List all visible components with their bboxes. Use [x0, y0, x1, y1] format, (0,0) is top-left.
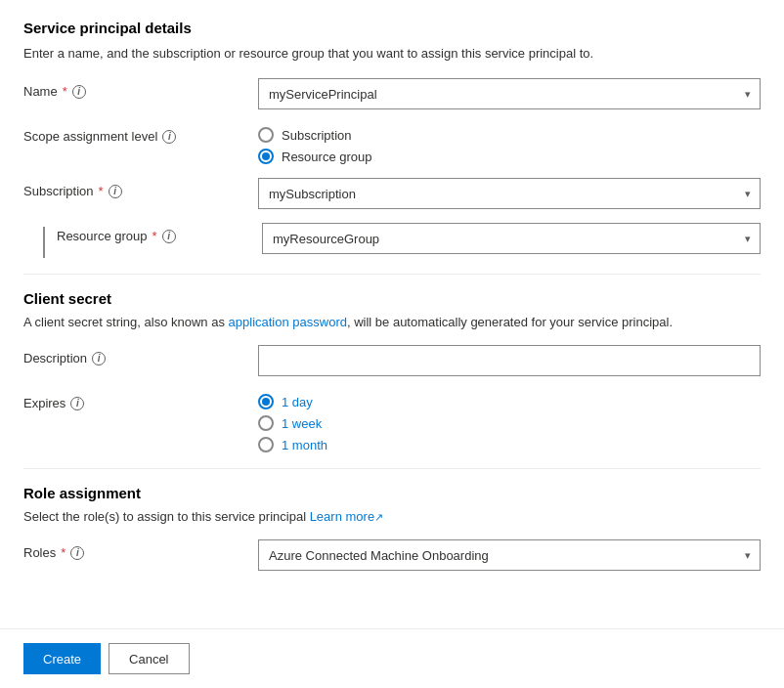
description-info-icon[interactable]: i — [92, 352, 106, 366]
expires-radio-group: 1 day 1 week 1 month — [258, 390, 761, 452]
cancel-button[interactable]: Cancel — [109, 643, 189, 674]
description-label: Description i — [23, 345, 258, 366]
client-secret-section: Client secret A client secret string, al… — [23, 290, 761, 452]
name-row: Name * i myServicePrincipal ▾ — [23, 78, 761, 109]
resource-group-required: * — [152, 229, 157, 243]
name-info-icon[interactable]: i — [72, 85, 86, 99]
expires-1week-radio[interactable] — [258, 415, 274, 431]
roles-select[interactable]: Azure Connected Machine Onboarding — [258, 539, 761, 571]
expires-info-icon[interactable]: i — [70, 397, 84, 410]
learn-more-link[interactable]: Learn more↗ — [310, 509, 383, 524]
name-select-wrapper: myServicePrincipal ▾ — [258, 78, 761, 109]
name-control: myServicePrincipal ▾ — [258, 78, 761, 109]
expires-1day-radio[interactable] — [258, 394, 274, 409]
expires-row: Expires i 1 day 1 week 1 month — [23, 390, 761, 452]
subscription-required: * — [99, 184, 104, 198]
client-secret-description: A client secret string, also known as ap… — [23, 315, 761, 329]
expires-1week-label: 1 week — [282, 416, 322, 431]
expires-1month-label: 1 month — [282, 438, 327, 452]
name-select[interactable]: myServicePrincipal — [258, 78, 761, 109]
scope-label: Scope assignment level i — [23, 123, 258, 144]
page-title: Service principal details — [23, 20, 761, 36]
application-password-link[interactable]: application password — [229, 315, 347, 329]
role-assignment-title: Role assignment — [23, 485, 761, 501]
description-control — [258, 345, 761, 376]
roles-required: * — [61, 545, 65, 560]
roles-info-icon[interactable]: i — [70, 546, 84, 560]
subscription-label: Subscription * i — [23, 178, 258, 198]
name-label: Name * i — [23, 78, 258, 99]
expires-1month-radio[interactable] — [258, 437, 274, 452]
expires-label: Expires i — [23, 390, 258, 410]
client-secret-title: Client secret — [23, 290, 761, 307]
resource-group-info-icon[interactable]: i — [162, 230, 176, 243]
scope-subscription-option[interactable]: Subscription — [258, 127, 761, 143]
role-assignment-description: Select the role(s) to assign to this ser… — [23, 509, 761, 524]
roles-label: Roles * i — [23, 539, 258, 560]
scope-resource-group-label: Resource group — [282, 150, 372, 164]
resource-group-control: myResourceGroup ▾ — [262, 223, 761, 254]
resource-group-select[interactable]: myResourceGroup — [262, 223, 761, 254]
subscription-info-icon[interactable]: i — [109, 185, 122, 198]
subscription-row: Subscription * i mySubscription ▾ — [23, 178, 761, 209]
scope-resource-group-option[interactable]: Resource group — [258, 149, 761, 164]
subscription-select[interactable]: mySubscription — [258, 178, 761, 209]
divider-1 — [23, 274, 761, 275]
divider-2 — [23, 468, 761, 469]
scope-control: Subscription Resource group — [258, 123, 761, 164]
name-required: * — [63, 84, 67, 99]
scope-info-icon[interactable]: i — [162, 130, 176, 144]
roles-control: Azure Connected Machine Onboarding ▾ — [258, 539, 761, 571]
footer: Create Cancel — [0, 628, 784, 688]
scope-resource-group-radio[interactable] — [258, 149, 274, 164]
roles-select-wrapper: Azure Connected Machine Onboarding ▾ — [258, 539, 761, 571]
learn-more-external-icon: ↗ — [374, 511, 383, 523]
subscription-select-wrapper: mySubscription ▾ — [258, 178, 761, 209]
page-description: Enter a name, and the subscription or re… — [23, 46, 761, 61]
expires-1day-label: 1 day — [282, 395, 313, 409]
resource-group-select-wrapper: myResourceGroup ▾ — [262, 223, 761, 254]
expires-1month-option[interactable]: 1 month — [258, 437, 761, 452]
expires-control: 1 day 1 week 1 month — [258, 390, 761, 452]
description-input[interactable] — [258, 345, 761, 376]
resource-group-row: Resource group * i myResourceGroup ▾ — [23, 223, 761, 258]
scope-row: Scope assignment level i Subscription Re… — [23, 123, 761, 164]
subscription-control: mySubscription ▾ — [258, 178, 761, 209]
role-assignment-section: Role assignment Select the role(s) to as… — [23, 485, 761, 571]
scope-radio-group: Subscription Resource group — [258, 123, 761, 164]
resource-group-label: Resource group * i — [57, 223, 262, 243]
scope-subscription-label: Subscription — [282, 128, 352, 143]
scope-subscription-radio[interactable] — [258, 127, 274, 143]
description-row: Description i — [23, 345, 761, 376]
expires-1day-option[interactable]: 1 day — [258, 394, 761, 409]
roles-row: Roles * i Azure Connected Machine Onboar… — [23, 539, 761, 571]
create-button[interactable]: Create — [23, 643, 101, 674]
expires-1week-option[interactable]: 1 week — [258, 415, 761, 431]
